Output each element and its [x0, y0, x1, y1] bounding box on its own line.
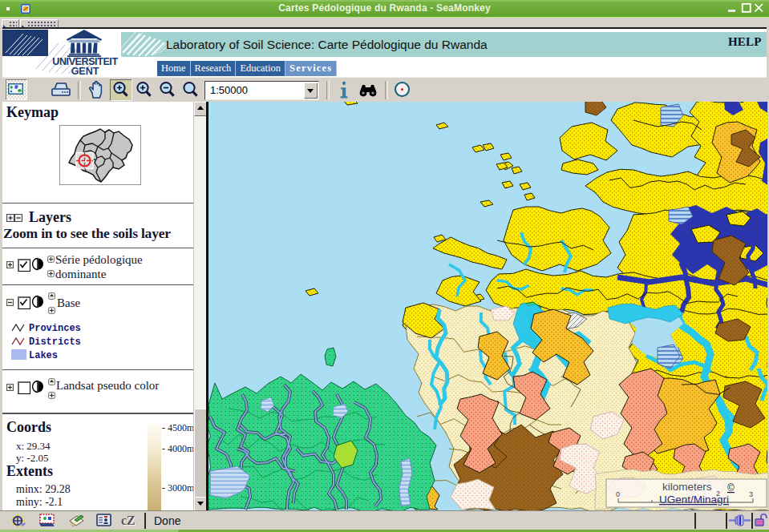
svg-text:3: 3 — [749, 490, 753, 498]
svg-text:0: 0 — [616, 490, 620, 498]
svg-text:2: 2 — [716, 490, 720, 498]
svg-text:©: © — [727, 482, 735, 494]
svg-text:kilometers: kilometers — [662, 481, 712, 493]
